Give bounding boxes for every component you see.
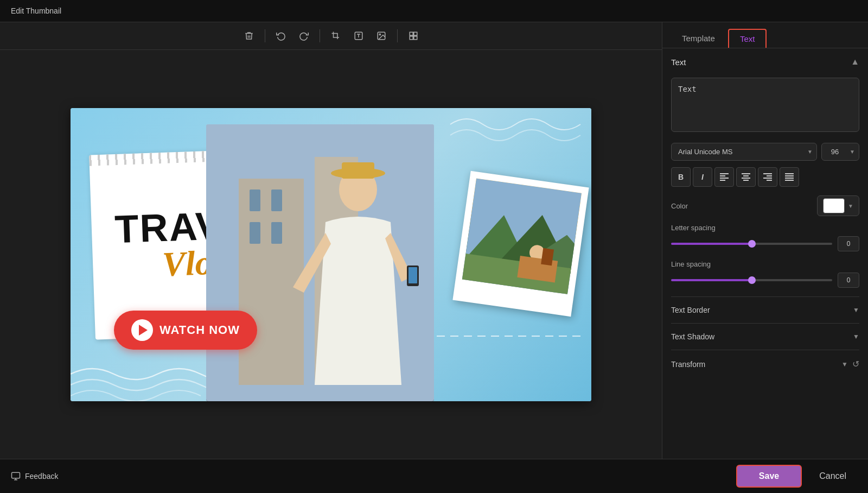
svg-rect-36 [742,178,750,179]
divider-2 [320,29,320,42]
svg-rect-38 [763,173,772,174]
svg-rect-19 [342,162,374,179]
transform-section: Transform ▼ ↺ [671,350,859,378]
font-size-wrapper: 96 ▼ [821,143,859,161]
svg-rect-37 [743,180,749,181]
divider-1 [265,29,265,42]
main-layout: TRAVEL Vlog TIME TO ✈ TRAVEL [0,22,868,459]
text-border-section: Text Border ▼ [671,296,859,323]
watch-now-button[interactable]: WATCH NOW [114,311,257,350]
thumbnail-canvas[interactable]: TRAVEL Vlog TIME TO ✈ TRAVEL [71,108,591,401]
svg-rect-6 [413,32,417,35]
right-panel: Template Text Text ▲ Arial Unicode MS ▼ [662,22,868,459]
line-spacing-row: 0 [671,273,859,288]
feedback-icon [11,471,21,481]
watch-now-label: WATCH NOW [159,323,240,337]
align-right-button[interactable] [758,167,777,187]
text-shadow-label: Text Shadow [671,332,714,341]
person-photo [206,124,434,401]
tab-template[interactable]: Template [671,29,726,48]
align-left-button[interactable] [714,167,734,187]
svg-rect-34 [742,173,750,174]
line-spacing-thumb[interactable] [748,276,756,284]
letter-spacing-value: 0 [838,236,859,251]
color-picker-button[interactable]: ▼ [817,195,859,216]
italic-button[interactable]: I [693,167,712,187]
svg-rect-8 [413,36,417,40]
chevron-up-icon: ▲ [851,57,859,67]
letter-spacing-thumb[interactable] [748,240,756,248]
feedback-label: Feedback [25,472,58,481]
canvas-area: TRAVEL Vlog TIME TO ✈ TRAVEL [0,22,662,459]
transform-header[interactable]: Transform ▼ ↺ [671,357,859,371]
page-title: Edit Thumbnail [11,7,61,15]
tab-text[interactable]: Text [728,29,767,48]
transform-label: Transform [671,360,705,369]
toolbar [0,22,662,50]
divider-3 [397,29,398,42]
bold-button[interactable]: B [671,167,691,187]
text-input[interactable] [671,78,859,132]
feedback-button[interactable]: Feedback [11,471,58,481]
svg-rect-39 [767,175,772,176]
svg-rect-32 [720,178,729,179]
title-bar: Edit Thumbnail [0,0,868,22]
polaroid-image [462,178,582,294]
font-row: Arial Unicode MS ▼ 96 ▼ [671,143,859,161]
svg-rect-31 [720,175,725,176]
save-button[interactable]: Save [736,465,802,488]
section-title: Text [671,58,686,67]
cancel-button[interactable]: Cancel [808,465,857,488]
letter-spacing-track[interactable] [671,243,832,245]
text-shadow-section: Text Shadow ▼ [671,323,859,350]
text-border-label: Text Border [671,306,710,314]
color-swatch [823,198,845,213]
align-center-button[interactable] [736,167,756,187]
reset-icon[interactable]: ↺ [852,359,859,369]
svg-rect-33 [720,180,725,181]
play-icon [139,325,148,336]
line-spacing-value: 0 [838,273,859,288]
svg-rect-29 [541,248,554,265]
line-spacing-track[interactable] [671,279,832,281]
person-silhouette [206,124,434,401]
color-label: Color [671,202,688,210]
svg-rect-16 [271,222,282,244]
text-border-chevron: ▼ [853,306,859,314]
text-border-header[interactable]: Text Border ▼ [671,304,859,317]
redo-button[interactable] [295,28,313,44]
transform-controls: ▼ ↺ [841,359,859,369]
text-section-header: Text ▲ [671,57,859,71]
textbox-button[interactable] [349,28,368,44]
letter-spacing-row: 0 [671,236,859,251]
text-shadow-chevron: ▼ [853,333,859,340]
delete-button[interactable] [240,28,258,44]
format-row: B I [671,167,859,187]
font-size-select[interactable]: 96 [821,143,859,161]
svg-rect-30 [720,173,729,174]
play-circle [131,319,153,341]
transform-chevron: ▼ [841,361,848,368]
svg-rect-43 [785,175,794,176]
line-spacing-label: Line spacing [671,260,859,268]
letter-spacing-section: Letter spacing 0 [671,224,859,251]
footer: Feedback Save Cancel [0,459,868,493]
svg-rect-7 [410,36,413,40]
svg-rect-15 [250,222,260,244]
svg-rect-42 [785,173,794,174]
font-family-select[interactable]: Arial Unicode MS [671,143,817,161]
svg-rect-13 [250,189,260,211]
canvas-wrapper: TRAVEL Vlog TIME TO ✈ TRAVEL [0,50,662,459]
line-spacing-section: Line spacing 0 [671,260,859,288]
crop-button[interactable] [327,28,345,44]
text-shadow-header[interactable]: Text Shadow ▼ [671,330,859,343]
justify-button[interactable] [780,167,799,187]
color-dropdown-arrow: ▼ [848,203,853,209]
svg-rect-44 [785,178,794,179]
svg-rect-14 [271,189,282,211]
svg-rect-41 [767,180,772,181]
undo-button[interactable] [272,28,290,44]
components-button[interactable] [404,28,423,44]
svg-rect-35 [743,175,749,176]
image-button[interactable] [372,28,391,44]
